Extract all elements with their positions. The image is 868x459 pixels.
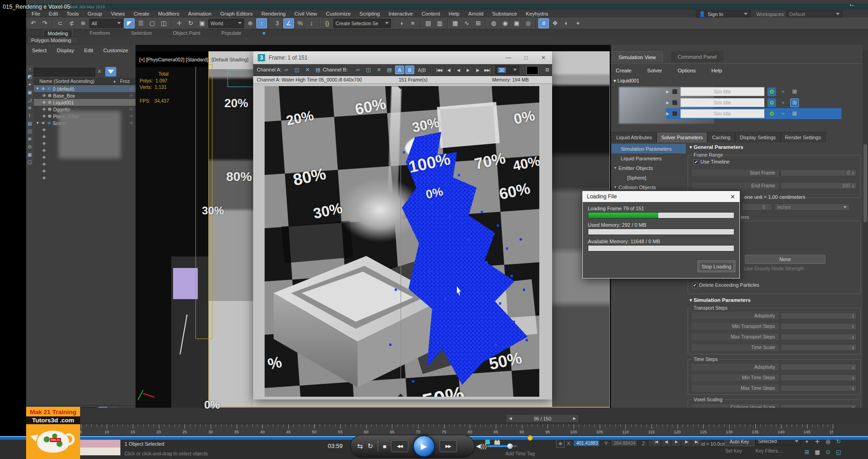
filter-shapes-icon[interactable]: ◩ xyxy=(26,73,33,80)
show-channel-a-button[interactable]: A xyxy=(395,66,404,74)
rollout-general-parameters[interactable]: ▾ General Parameters xyxy=(689,144,743,150)
go-end-button[interactable]: ▶▶| xyxy=(483,66,492,74)
unlink-icon[interactable]: ⊄ xyxy=(66,18,77,28)
menu-views[interactable]: Views xyxy=(111,11,125,16)
zoom-icon[interactable]: ⊙ xyxy=(823,448,833,457)
set-key-button[interactable]: Set Key xyxy=(725,448,742,454)
fast-forward-button[interactable]: ▶▶ xyxy=(439,440,457,452)
video-playhead[interactable] xyxy=(527,435,533,441)
render-production-icon[interactable]: ◎ xyxy=(523,18,533,28)
percent-snap-icon[interactable]: % xyxy=(295,18,305,28)
visibility-eye-icon[interactable]: 👁 xyxy=(42,162,46,167)
voxel-grid-icon[interactable]: ⊞ xyxy=(790,87,799,96)
visibility-eye-icon[interactable]: 👁 xyxy=(41,121,45,126)
visibility-eye-icon[interactable]: 👁 xyxy=(42,169,46,174)
loop-icon[interactable]: ↻ xyxy=(368,442,374,450)
channel-histogram-icon[interactable]: ▤ xyxy=(314,66,322,74)
expand-arrow-icon[interactable]: ▶ xyxy=(666,111,669,116)
rollout-simulation-parameters[interactable]: ▾ Simulation Parameters xyxy=(689,297,751,303)
explorer-menu-display[interactable]: Display xyxy=(57,48,74,53)
tree-row-hidden[interactable]: 👁 xyxy=(34,175,136,181)
sim-idle-button[interactable]: Sim Idle xyxy=(680,109,765,118)
rendered-image[interactable]: 20%60%30%0%80%100%70%40%30%0%60%%50%50% xyxy=(265,86,539,397)
nav--sphere-[interactable]: [Sphere] xyxy=(612,173,686,182)
selection-filter-dropdown[interactable]: All xyxy=(89,19,123,28)
frozen-toggle-icon[interactable]: ✣ xyxy=(130,87,133,91)
background-color-swatch[interactable] xyxy=(526,66,538,75)
param-field[interactable]: ▲▼ xyxy=(781,385,857,392)
rectangular-selection-icon[interactable]: ▢ xyxy=(147,18,157,28)
frozen-toggle-icon[interactable]: ✣ xyxy=(130,107,133,111)
filter-helpers-icon[interactable]: ◿ xyxy=(26,96,33,104)
simulation-row[interactable]: ▶Sim Idle✿≈⊞ xyxy=(666,86,841,97)
menu-create[interactable]: Create xyxy=(134,11,150,16)
menu-rendering[interactable]: Rendering xyxy=(261,11,286,16)
param-tab-display-settings[interactable]: Display Settings xyxy=(735,132,781,142)
menu-interactive[interactable]: Interactive xyxy=(389,11,413,16)
menu-substance[interactable]: Substance xyxy=(492,11,517,16)
menu-content[interactable]: Content xyxy=(422,11,440,16)
expand-arrow-icon[interactable]: ▼ xyxy=(36,121,39,125)
pan-tool-icon[interactable]: ✥ xyxy=(550,18,560,28)
zoom-all-icon[interactable]: ▦ xyxy=(813,448,822,457)
ribbon-tab-populate[interactable]: Populate xyxy=(217,30,244,36)
redo-icon[interactable]: ↷ xyxy=(39,18,50,28)
open-file-icon[interactable]: ▱ xyxy=(282,66,290,74)
visibility-eye-icon[interactable]: 👁 xyxy=(42,107,46,112)
expand-arrow-icon[interactable]: ▶ xyxy=(666,89,669,94)
spinner-icon[interactable]: ▲▼ xyxy=(851,183,856,189)
link-icon[interactable]: ⊂ xyxy=(55,18,65,28)
liquid-node-label[interactable]: ▾ Liquid001 xyxy=(613,78,639,84)
tree-row-hidden[interactable]: 👁 xyxy=(34,168,136,175)
spinner-icon[interactable]: ▲▼ xyxy=(851,170,856,176)
time-slider[interactable]: ◀ 96 / 150 ▶ xyxy=(506,414,579,423)
prev-frame-arrow[interactable]: ◀ xyxy=(509,416,512,421)
voxel-grid-icon[interactable]: ⊞ xyxy=(790,98,799,107)
rendered-frame-window-icon[interactable]: ▣ xyxy=(511,18,522,28)
viewport-shading-label[interactable]: [Default Shading] xyxy=(212,57,249,62)
selection-lock-icon[interactable] xyxy=(494,441,500,445)
select-place-icon[interactable]: ↑ xyxy=(256,18,267,28)
play-button[interactable]: ▶ xyxy=(413,435,435,457)
simulation-row[interactable]: ▶Sim Idle✿≈⊞ xyxy=(666,97,841,108)
liquid-wave-icon[interactable]: ≈ xyxy=(779,87,787,96)
undo-icon[interactable]: ↶ xyxy=(28,18,38,28)
menu-civil-view[interactable]: Civil View xyxy=(294,11,317,16)
menu-tools[interactable]: Tools xyxy=(66,11,79,16)
menu-keyhydra[interactable]: Keyhydra xyxy=(526,11,548,16)
nav-liquid-parameters[interactable]: Liquid Parameters xyxy=(612,153,686,163)
scrollbar-thumb[interactable] xyxy=(863,144,867,222)
panel-scrollbar[interactable] xyxy=(863,51,868,413)
delete-exceeding-checkbox[interactable]: ✔ Delete Exceeding Particles xyxy=(692,282,760,288)
tab-simulation-view[interactable]: Simulation View xyxy=(612,51,663,62)
menu-group[interactable]: Group xyxy=(87,11,102,16)
param-field[interactable]: ▲▼ xyxy=(781,312,857,319)
menu-modifiers[interactable]: Modifiers xyxy=(158,11,179,16)
sign-in-button[interactable]: 👤 Sign In xyxy=(696,11,751,17)
snaps-toggle-icon[interactable]: 3 xyxy=(272,18,282,28)
select-scale-icon[interactable]: ▣ xyxy=(197,18,207,28)
unit-value-field[interactable]: 0 xyxy=(742,203,772,211)
frozen-toggle-icon[interactable]: ✣ xyxy=(130,93,133,98)
simview-menu-solver[interactable]: Solver xyxy=(647,68,662,73)
clear-search-icon[interactable]: ✕ xyxy=(97,68,102,75)
simview-menu-create[interactable]: Create xyxy=(616,68,632,73)
toggle-scene-explorer-icon[interactable]: ▤ xyxy=(423,18,434,28)
frozen-toggle-icon[interactable]: ✣ xyxy=(130,121,133,125)
play-reverse-button[interactable]: ◀ xyxy=(454,66,463,74)
select-object-icon[interactable]: ◤ xyxy=(124,18,135,28)
maximize-button[interactable]: □ xyxy=(517,52,535,64)
filter-spacewarps-icon[interactable]: ≋ xyxy=(26,104,33,111)
filter-materials-icon[interactable]: ▦ xyxy=(26,151,33,158)
frozen-toggle-icon[interactable]: ✣ xyxy=(130,100,133,104)
transform-gizmo-icon[interactable]: ⊕ xyxy=(556,439,564,448)
menu-edit[interactable]: Edit xyxy=(49,11,58,16)
close-button[interactable]: ✕ xyxy=(535,52,552,64)
explorer-column-header[interactable]: Name (Sorted Ascending) ▲ Froz xyxy=(34,78,136,85)
menu-customize[interactable]: Customize xyxy=(326,11,351,16)
compare-ab-button[interactable]: A|B xyxy=(416,66,428,74)
clear-channel-icon[interactable]: ✕ xyxy=(304,66,311,74)
param-field[interactable]: ▲▼ xyxy=(781,333,857,340)
emitter-icon[interactable]: ✿ xyxy=(767,87,776,96)
add-time-tag[interactable]: Add Time Tag xyxy=(505,451,535,456)
